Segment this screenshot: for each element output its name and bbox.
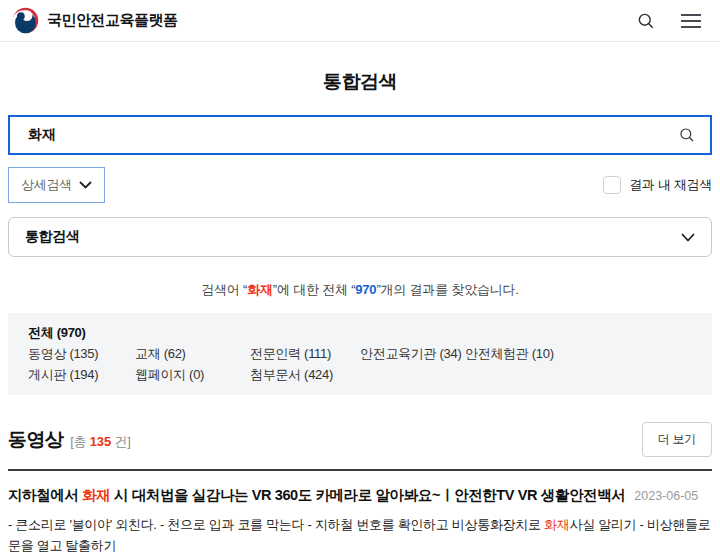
top-header: 국민안전교육플랫폼 <box>0 0 720 42</box>
video-count-prefix: [총 <box>70 434 90 449</box>
detail-search-button[interactable]: 상세검색 <box>8 167 105 203</box>
category-count-box: 전체 (970) 동영상 (135) 교재 (62) 전문인력 (111) 안전… <box>8 313 712 395</box>
summary-mid: ”에 대한 전체 “ <box>273 282 356 297</box>
menu-hamburger-icon[interactable] <box>680 13 702 29</box>
chevron-down-icon <box>79 181 92 189</box>
category-item-institutions[interactable]: 안전교육기관 (34) <box>360 343 465 364</box>
video-section-count: [총 135 건] <box>70 434 130 449</box>
search-toolbar: 상세검색 결과 내 재검색 <box>8 167 712 203</box>
category-item-attachments[interactable]: 첨부문서 (424) <box>250 364 360 385</box>
result-title-term: 화재 <box>82 487 110 503</box>
summary-total-count: 970 <box>355 282 376 297</box>
category-item-webpages[interactable]: 웹페이지 (0) <box>135 364 250 385</box>
category-total[interactable]: 전체 (970) <box>28 322 692 343</box>
video-section-header: 동영상[총 135 건] 더 보기 <box>8 422 712 457</box>
result-summary: 검색어 “화재”에 대한 전체 “970”개의 결과를 찾았습니다. <box>0 281 720 299</box>
brand[interactable]: 국민안전교육플랫폼 <box>12 7 178 34</box>
result-description: - 큰소리로 '불이야' 외친다. - 천으로 입과 코를 막는다 - 지하철 … <box>8 514 712 554</box>
result-date: 2023-06-05 <box>634 489 698 503</box>
result-title-pre: 지하철에서 <box>8 487 82 503</box>
result-desc-term: 화재 <box>544 517 569 532</box>
category-item-experts[interactable]: 전문인력 (111) <box>250 343 360 364</box>
video-section-title-text: 동영상 <box>8 429 63 450</box>
research-in-results: 결과 내 재검색 <box>603 176 712 194</box>
result-title-post: 시 대처법을 실감나는 VR 360도 카메라로 알아봐요~ㅣ안전한TV VR … <box>110 487 625 503</box>
summary-search-term: 화재 <box>247 282 273 297</box>
gov-emblem-logo-icon <box>12 7 39 34</box>
search-input[interactable] <box>26 126 678 144</box>
summary-suffix: ”개의 결과를 찾았습니다. <box>376 282 518 297</box>
scope-select[interactable]: 통합검색 <box>8 217 712 257</box>
section-divider <box>8 469 712 471</box>
result-desc-pre: - 큰소리로 '불이야' 외친다. - 천으로 입과 코를 막는다 - 지하철 … <box>8 517 544 532</box>
research-label: 결과 내 재검색 <box>629 176 712 194</box>
scope-selected-value: 통합검색 <box>25 228 79 246</box>
chevron-down-icon <box>681 233 695 242</box>
video-section-title: 동영상[총 135 건] <box>8 427 131 453</box>
page-title: 통합검색 <box>0 69 720 95</box>
research-checkbox[interactable] <box>603 176 621 194</box>
header-search-icon[interactable] <box>636 11 656 31</box>
detail-search-label: 상세검색 <box>21 176 72 194</box>
brand-title: 국민안전교육플랫폼 <box>47 11 178 30</box>
category-item-experience-centers[interactable]: 안전체험관 (10) <box>465 343 692 364</box>
category-grid: 동영상 (135) 교재 (62) 전문인력 (111) 안전교육기관 (34)… <box>28 343 692 385</box>
search-box <box>8 115 712 155</box>
category-item-boards[interactable]: 게시판 (194) <box>28 364 135 385</box>
result-title-link[interactable]: 지하철에서 화재 시 대처법을 실감나는 VR 360도 카메라로 알아봐요~ㅣ… <box>8 484 712 507</box>
video-result-item: 지하철에서 화재 시 대처법을 실감나는 VR 360도 카메라로 알아봐요~ㅣ… <box>8 484 712 554</box>
summary-prefix: 검색어 “ <box>201 282 247 297</box>
video-count-suffix: 건] <box>111 434 131 449</box>
more-button[interactable]: 더 보기 <box>642 422 712 457</box>
category-item-videos[interactable]: 동영상 (135) <box>28 343 135 364</box>
search-submit-icon[interactable] <box>678 126 696 144</box>
video-count-number: 135 <box>90 434 111 449</box>
category-item-textbooks[interactable]: 교재 (62) <box>135 343 250 364</box>
header-actions <box>636 11 702 31</box>
